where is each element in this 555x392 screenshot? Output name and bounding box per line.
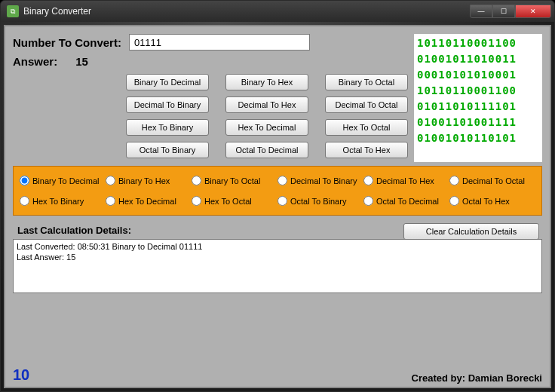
radio-decimal-to-binary[interactable]: Decimal To Binary	[278, 176, 363, 185]
decimal-to-hex-button[interactable]: Decimal To Hex	[225, 96, 308, 113]
details-box: Last Converted: 08:50:31 Binary to Decim…	[13, 239, 542, 293]
hex-to-decimal-button[interactable]: Hex To Decimal	[225, 119, 308, 136]
radio-panel: Binary To Decimal Binary To Hex Binary T…	[13, 166, 542, 216]
radio-decimal-to-octal[interactable]: Decimal To Octal	[449, 176, 535, 185]
decimal-to-binary-button[interactable]: Decimal To Binary	[126, 96, 209, 113]
radio-binary-to-decimal[interactable]: Binary To Decimal	[20, 176, 106, 185]
number-input[interactable]	[129, 34, 310, 51]
radio-octal-to-decimal[interactable]: Octal To Decimal	[363, 196, 449, 206]
radio-binary-to-hex[interactable]: Binary To Hex	[106, 176, 192, 185]
octal-to-binary-button[interactable]: Octal To Binary	[126, 142, 209, 158]
octal-to-decimal-button[interactable]: Octal To Decimal	[225, 142, 308, 158]
radio-hex-to-binary[interactable]: Hex To Binary	[20, 196, 106, 206]
radio-hex-to-decimal[interactable]: Hex To Decimal	[106, 196, 192, 206]
window-title: Binary Converter	[23, 6, 470, 17]
close-button[interactable]: ✕	[515, 5, 551, 18]
answer-label: Answer:	[13, 55, 57, 68]
hex-to-binary-button[interactable]: Hex To Binary	[126, 119, 209, 136]
footer: 10 Created by: Damian Borecki	[13, 366, 542, 384]
app-icon: ⧉	[7, 5, 19, 17]
main-panel: Number To Convert: Answer: 15 1011011000…	[4, 25, 551, 388]
details-title: Last Calculation Details:	[17, 225, 131, 236]
binary-decoration: 10110110001100 01001011010011 0001010101…	[414, 34, 542, 162]
client-area: Number To Convert: Answer: 15 1011011000…	[1, 22, 554, 391]
maximize-button[interactable]: ☐	[492, 5, 515, 18]
octal-to-hex-button[interactable]: Octal To Hex	[325, 142, 408, 158]
radio-decimal-to-hex[interactable]: Decimal To Hex	[363, 176, 449, 185]
binary-to-hex-button[interactable]: Binary To Hex	[225, 74, 308, 90]
app-window: ⧉ Binary Converter — ☐ ✕ Number To Conve…	[0, 0, 555, 392]
details-line-2: Last Answer: 15	[17, 252, 538, 262]
binary-to-decimal-button[interactable]: Binary To Decimal	[126, 74, 209, 90]
answer-value: 15	[75, 55, 88, 68]
clear-details-button[interactable]: Clear Calculation Details	[403, 223, 539, 240]
binary-to-octal-button[interactable]: Binary To Octal	[325, 74, 408, 90]
radio-binary-to-octal[interactable]: Binary To Octal	[192, 176, 278, 185]
radio-octal-to-binary[interactable]: Octal To Binary	[278, 196, 363, 206]
footer-credit: Created by: Damian Borecki	[412, 372, 542, 384]
decimal-to-octal-button[interactable]: Decimal To Octal	[325, 96, 408, 113]
hex-to-octal-button[interactable]: Hex To Octal	[325, 119, 408, 136]
minimize-button[interactable]: —	[470, 5, 492, 18]
number-to-convert-label: Number To Convert:	[13, 36, 121, 49]
details-area: Last Calculation Details: Clear Calculat…	[13, 225, 542, 293]
titlebar: ⧉ Binary Converter — ☐ ✕	[1, 1, 554, 22]
details-line-1: Last Converted: 08:50:31 Binary to Decim…	[17, 241, 538, 252]
footer-number: 10	[13, 366, 29, 384]
radio-hex-to-octal[interactable]: Hex To Octal	[192, 196, 278, 206]
radio-octal-to-hex[interactable]: Octal To Hex	[449, 196, 535, 206]
